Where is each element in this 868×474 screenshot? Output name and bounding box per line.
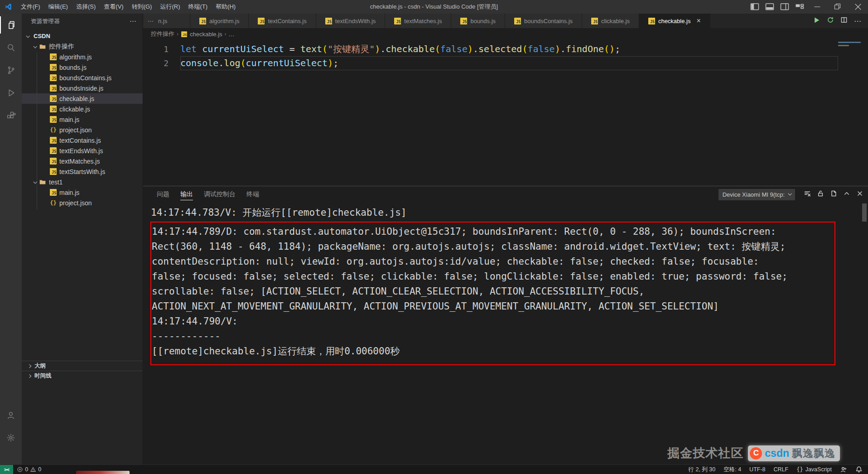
- editor-action-more[interactable]: ⋯: [854, 17, 862, 25]
- bell-icon: [855, 466, 863, 473]
- menu-item[interactable]: 帮助(H): [212, 0, 240, 14]
- status-JavaScript[interactable]: {}JavaScript: [796, 466, 832, 473]
- line-number: 1: [143, 42, 169, 56]
- tree-item-boundsContains.js[interactable]: JSboundsContains.js: [22, 73, 143, 83]
- tab-n.js[interactable]: ⋯n.js: [143, 14, 190, 28]
- editor-action-run[interactable]: [813, 16, 820, 26]
- activitybar-explorer[interactable]: [0, 14, 22, 36]
- tab-bounds.js[interactable]: JSbounds.js: [451, 14, 505, 28]
- tree-item-bounds.js[interactable]: JSbounds.js: [22, 62, 143, 73]
- breadcrumb-item[interactable]: 控件操作: [151, 30, 174, 38]
- output-red-annotation-box: 14:17:44.789/D: com.stardust.automator.U…: [150, 222, 835, 365]
- tree-item-main.js[interactable]: JSmain.js: [22, 114, 143, 125]
- panel-action-close[interactable]: [856, 190, 863, 199]
- status-CRLF[interactable]: CRLF: [774, 466, 789, 473]
- close-window-button[interactable]: [848, 0, 868, 14]
- tab-label: bounds.js: [470, 18, 496, 24]
- activitybar-source-control[interactable]: [0, 59, 22, 82]
- status-UTF-8[interactable]: UTF-8: [749, 466, 765, 473]
- panel-scrollbar[interactable]: [862, 203, 867, 222]
- code-editor[interactable]: 1let currentUiSelect = text("按键精灵").chec…: [143, 40, 868, 186]
- breadcrumb-item[interactable]: …: [229, 31, 235, 38]
- close-icon[interactable]: ×: [696, 17, 700, 24]
- panel-tab-问题[interactable]: 问题: [151, 186, 175, 203]
- panel-tab-输出[interactable]: 输出: [175, 186, 198, 203]
- tab-textEndsWith.js[interactable]: JStextEndsWith.js: [316, 14, 386, 28]
- tab-clickable.js[interactable]: JSclickable.js: [582, 14, 639, 28]
- tab-boundsContains.js[interactable]: JSboundsContains.js: [505, 14, 582, 28]
- tree-item-project.json[interactable]: {}project.json: [22, 125, 143, 135]
- activitybar-account[interactable]: [0, 404, 22, 426]
- menu-item[interactable]: 终端(T): [184, 0, 212, 14]
- menu-item[interactable]: 转到(G): [128, 0, 156, 14]
- layout-sidebar-right-button[interactable]: [777, 0, 792, 14]
- tree-item-textStartsWith.js[interactable]: JStextStartsWith.js: [22, 166, 143, 177]
- tree-item-algorithm.js[interactable]: JSalgorithm.js: [22, 52, 143, 62]
- code-token: (: [322, 44, 328, 54]
- tree-item-控件操作[interactable]: 控件操作: [22, 41, 143, 52]
- layout-panel-button[interactable]: [762, 0, 777, 14]
- tree-item-main.js[interactable]: JSmain.js: [22, 187, 143, 198]
- layout-customize-icon: [794, 1, 805, 12]
- tab-label: checkable.js: [658, 18, 691, 24]
- layout-customize-button[interactable]: [792, 0, 807, 14]
- chevron-right-icon: [28, 374, 31, 377]
- panel-action-unlock[interactable]: [817, 190, 824, 199]
- menu-item[interactable]: 查看(V): [100, 0, 127, 14]
- code-token: ): [555, 44, 560, 54]
- activitybar-run-debug[interactable]: [0, 82, 22, 104]
- restore-button[interactable]: [827, 0, 848, 14]
- layout-sidebar-button[interactable]: [747, 0, 762, 14]
- tree-item-test1[interactable]: test1: [22, 177, 143, 187]
- js-file-icon: JS: [50, 95, 57, 102]
- menu-item[interactable]: 文件(F): [17, 0, 44, 14]
- editor-action-restart[interactable]: [827, 16, 834, 25]
- output-channel-dropdown[interactable]: Device Xiaomi MI 9(tcp:: [719, 189, 795, 200]
- tree-item-clickable.js[interactable]: JSclickable.js: [22, 104, 143, 114]
- folder-icon: [39, 179, 46, 185]
- minimap[interactable]: [838, 42, 863, 53]
- menu-item[interactable]: 选择(S): [72, 0, 100, 14]
- status-行 2, 列 30[interactable]: 行 2, 列 30: [688, 466, 715, 474]
- editor-action-split-editor[interactable]: [840, 16, 848, 25]
- status-空格: 4[interactable]: 空格: 4: [723, 466, 741, 474]
- vscode-logo-icon: [4, 3, 12, 11]
- tree-item-boundsInside.js[interactable]: JSboundsInside.js: [22, 83, 143, 93]
- sidebar-section-时间线[interactable]: 时间线: [22, 371, 143, 381]
- menu-item[interactable]: 编辑(E): [44, 0, 72, 14]
- tab-label: clickable.js: [601, 18, 630, 24]
- tree-item-CSDN[interactable]: CSDN: [22, 31, 143, 41]
- panel-action-chevron-up[interactable]: [843, 190, 850, 199]
- activitybar-settings[interactable]: [0, 426, 22, 449]
- tree-item-label: textMatches.js: [59, 158, 100, 165]
- status-bell-button[interactable]: [855, 466, 863, 473]
- panel-tab-终端[interactable]: 终端: [241, 186, 265, 203]
- breadcrumb-item[interactable]: checkable.js: [190, 31, 222, 38]
- tab-textMatches.js[interactable]: JStextMatches.js: [385, 14, 451, 28]
- sidebar-more-actions-icon[interactable]: ⋯: [130, 17, 136, 25]
- status-item-label: 空格: 4: [723, 466, 741, 474]
- tree-item-project.json[interactable]: {}project.json: [22, 198, 143, 208]
- problems-status[interactable]: 0 0: [13, 466, 45, 473]
- sidebar-section-大纲[interactable]: 大纲: [22, 361, 143, 371]
- tree-item-textContains.js[interactable]: JStextContains.js: [22, 135, 143, 145]
- panel-action-open-editor[interactable]: [830, 190, 837, 199]
- activitybar-extensions[interactable]: [0, 104, 22, 127]
- tab-algorithm.js[interactable]: JSalgorithm.js: [190, 14, 249, 28]
- panel-action-clear-output[interactable]: [804, 190, 811, 199]
- remote-indicator[interactable]: ><: [0, 465, 13, 474]
- minimize-button[interactable]: [807, 0, 827, 14]
- output-console[interactable]: 14:17:44.783/V: 开始运行[[remote]checkable.j…: [143, 203, 868, 464]
- code-token: text: [300, 44, 322, 54]
- tree-item-textMatches.js[interactable]: JStextMatches.js: [22, 156, 143, 166]
- tree-item-textEndsWith.js[interactable]: JStextEndsWith.js: [22, 145, 143, 156]
- code-token: false: [527, 44, 555, 54]
- tab-textContains.js[interactable]: JStextContains.js: [249, 14, 316, 28]
- warning-icon: [30, 466, 36, 473]
- panel-tab-调试控制台[interactable]: 调试控制台: [198, 186, 241, 203]
- status-feedback-button[interactable]: [840, 466, 847, 473]
- tree-item-checkable.js[interactable]: JScheckable.js: [22, 93, 143, 104]
- menu-item[interactable]: 运行(R): [156, 0, 184, 14]
- activitybar-search[interactable]: [0, 36, 22, 59]
- tab-checkable.js[interactable]: JScheckable.js×: [639, 14, 710, 28]
